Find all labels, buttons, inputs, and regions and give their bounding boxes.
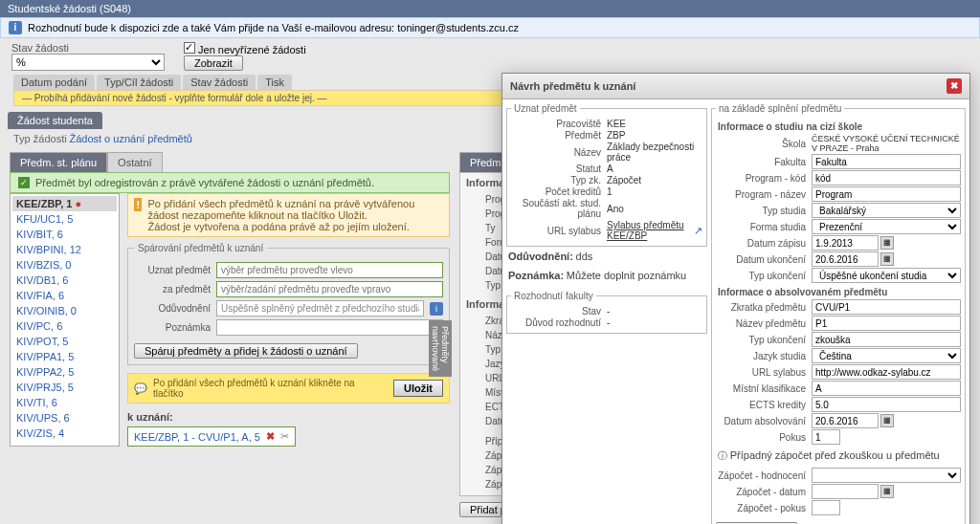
calendar-icon[interactable]: ▦: [880, 236, 894, 250]
zkr-input[interactable]: [812, 299, 961, 315]
save-hint-text: Po přidání všech předmětů k uznání klikn…: [153, 378, 388, 399]
type-label: Typ žádosti: [13, 133, 67, 144]
tab-plan[interactable]: Předm. st. plánu: [10, 152, 107, 172]
calendar-icon[interactable]: ▦: [880, 485, 894, 498]
section-tab[interactable]: Žádost studenta: [8, 112, 102, 129]
check-icon: ✓: [18, 177, 30, 188]
ects-input[interactable]: [812, 397, 961, 412]
col-datum: Datum podání: [13, 75, 95, 90]
uznat-label: Uznat předmět: [134, 265, 211, 275]
close-icon[interactable]: ✖: [947, 78, 962, 94]
duk-input[interactable]: [812, 251, 879, 267]
warn-icon: !: [134, 198, 142, 211]
pair-legend: Spárování předmětů k uznání: [134, 243, 267, 253]
dzap-input[interactable]: [812, 235, 879, 251]
list-item[interactable]: KIV/FIA, 6: [12, 288, 117, 303]
jaz-select[interactable]: Čeština: [812, 348, 961, 363]
pozn-input[interactable]: [216, 319, 443, 336]
info-icon[interactable]: i: [430, 302, 443, 316]
only-pending-checkbox[interactable]: [184, 42, 195, 54]
pokus-input[interactable]: [812, 429, 840, 445]
dabs-input[interactable]: [812, 413, 879, 428]
za-label: za předmět: [134, 284, 211, 295]
notice-text: Rozhodnutí bude k dispozici zde a také V…: [28, 22, 519, 33]
zap-d-input[interactable]: [812, 484, 879, 499]
fakulta-input[interactable]: [812, 154, 961, 169]
typs-select[interactable]: Bakalářský: [812, 203, 961, 218]
stav-label: Stav žádosti: [11, 42, 69, 54]
list-item[interactable]: KIV/PRJ5, 5: [12, 380, 117, 395]
modal-header: Návrh předmětu k uznání ✖: [502, 74, 969, 99]
filter-row: Stav žádosti % Jen nevyřízené žádosti Zo…: [0, 38, 980, 75]
subject-list[interactable]: KEE/ZBP, 1 ● KFU/UC1, 5 KIV/BIT, 6 KIV/B…: [10, 193, 120, 447]
side-label: Předměty navrhované: [429, 320, 452, 377]
modal: Návrh předmětu k uznání ✖ Uznat předmět …: [501, 73, 970, 524]
success-text: Předmět byl odregistrován z právě vytvář…: [35, 177, 374, 188]
list-item[interactable]: KIV/ZIS, 4: [12, 426, 117, 441]
r2-title: Informace o absolvovaném předmětu: [718, 287, 961, 297]
calendar-icon[interactable]: ▦: [880, 252, 894, 266]
fac-legend: Rozhodnutí fakulty: [511, 291, 596, 301]
info-icon: i: [9, 21, 22, 34]
list-item[interactable]: KIV/TI, 6: [12, 395, 117, 410]
pair-button[interactable]: Spáruj předměty a přidej k žádosti o uzn…: [134, 343, 358, 359]
zap-note: ⓘ Případný zápočet před zkouškou u předm…: [716, 446, 961, 467]
list-item[interactable]: KFU/UC1, 5: [12, 211, 117, 227]
list-item[interactable]: KIV/UPS, 6: [12, 410, 117, 426]
mkl-input[interactable]: [812, 381, 961, 396]
notice-bar: i Rozhodnutí bude k dispozici zde a také…: [0, 17, 980, 38]
list-item[interactable]: KIV/BZIS, 0: [12, 257, 117, 273]
left-tabs: Předm. st. plánu Ostatní: [10, 152, 450, 172]
col-typ: Typ/Cíl žádosti: [97, 75, 181, 90]
pairing-fieldset: Spárování předmětů k uznání Uznat předmě…: [127, 243, 450, 365]
save-button[interactable]: Uložit: [393, 380, 443, 397]
oduv-row: Odůvodnění: dds: [506, 247, 707, 266]
oduv-input[interactable]: [216, 300, 424, 317]
naz2-input[interactable]: [812, 316, 961, 331]
pnaz-input[interactable]: [812, 186, 961, 202]
list-item[interactable]: KEE/ZBP, 1 ●: [12, 196, 117, 211]
list-item[interactable]: KIV/POT, 5: [12, 334, 117, 349]
uznat-input[interactable]: [216, 262, 443, 278]
chip-text: KEE/ZBP, 1 - CVU/P1, A, 5: [134, 431, 260, 443]
list-item[interactable]: KIV/PPA1, 5: [12, 349, 117, 364]
splneni-fieldset: na základě splnění předmětu Informace o …: [711, 103, 966, 524]
list-item[interactable]: KIV/PPA2, 5: [12, 364, 117, 380]
list-item[interactable]: KIV/BIT, 6: [12, 227, 117, 242]
list-item[interactable]: KIV/OINIB, 0: [12, 303, 117, 318]
za-input[interactable]: [216, 281, 443, 297]
pkod-input[interactable]: [812, 170, 961, 186]
modal-title: Návrh předmětu k uznání: [510, 80, 635, 92]
pairing-chip: KEE/ZBP, 1 - CVU/P1, A, 5 ✖ ✂: [127, 426, 296, 447]
typu2-input[interactable]: [812, 332, 961, 347]
splneni-legend: na základě splnění předmětu: [716, 103, 844, 114]
save-hint-bar: 💬 Po přidání všech předmětů k uznání kli…: [127, 373, 450, 404]
oduv-label: Odůvodnění: [134, 303, 211, 314]
typu-select[interactable]: Úspěšné ukončení studia: [812, 268, 961, 283]
form-select[interactable]: Prezenční: [812, 219, 961, 234]
list-item[interactable]: KIV/DB1, 6: [12, 273, 117, 288]
pozn-row: Poznámka: Můžete doplnit poznámku: [506, 266, 707, 285]
zap-p-input[interactable]: [812, 500, 840, 515]
remove-icon[interactable]: ✖: [266, 430, 275, 443]
faculty-fieldset: Rozhodnutí fakulty Stav- Důvod rozhodnut…: [506, 291, 707, 334]
sylabus-link[interactable]: Sylabus předmětu KEE/ZBP: [607, 220, 694, 241]
warn-text: Po přidání všech předmětů k uznání na pr…: [147, 198, 443, 232]
r1-title: Informace o studiu na cizí škole: [718, 121, 961, 132]
list-item[interactable]: KIV/PC, 6: [12, 318, 117, 334]
stav-select[interactable]: %: [11, 54, 165, 71]
show-button[interactable]: Zobrazit: [184, 55, 243, 71]
list-item[interactable]: KIV/BPINI, 12: [12, 242, 117, 257]
pozn-label: Poznámka: [134, 322, 211, 333]
uznat-fieldset: Uznat předmět PracovištěKEE PředmětZBP N…: [506, 103, 707, 247]
only-pending-label: Jen nevyřízené žádosti: [198, 44, 306, 55]
calendar-icon[interactable]: ▦: [880, 414, 894, 427]
window-title: Studentské žádosti (S048): [0, 0, 980, 17]
url-input[interactable]: [812, 364, 961, 380]
col-tisk: Tisk: [257, 75, 292, 90]
warning-box: ! Po přidání všech předmětů k uznání na …: [127, 193, 450, 237]
type-link[interactable]: Žádost o uznání předmětů: [69, 133, 191, 144]
scissors-icon[interactable]: ✂: [280, 430, 289, 443]
tab-other[interactable]: Ostatní: [107, 152, 162, 172]
zap-h-select[interactable]: [812, 468, 961, 483]
